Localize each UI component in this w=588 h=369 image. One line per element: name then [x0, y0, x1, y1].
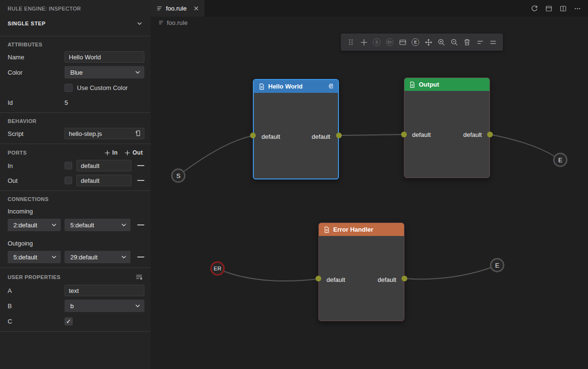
document-icon: [409, 81, 415, 88]
plus-icon: [124, 150, 131, 156]
zoom-in-icon: [437, 38, 446, 46]
outgoing-label: Outgoing: [8, 240, 143, 247]
prop-c-label: C: [8, 318, 65, 325]
port-dot-error-in[interactable]: [316, 276, 321, 281]
chevron-down-icon: [121, 254, 127, 260]
split-editor-button[interactable]: [559, 5, 567, 12]
chevron-down-icon: [135, 303, 141, 309]
more-actions-button[interactable]: [574, 5, 581, 12]
prop-b-select[interactable]: b: [65, 300, 144, 312]
section-single-step[interactable]: SINGLE STEP: [0, 13, 151, 32]
rule-file-icon: [158, 20, 164, 25]
outgoing-row: 5:default 29:default: [8, 251, 144, 263]
add-end-button[interactable]: E: [411, 38, 420, 46]
prop-a-input[interactable]: [65, 285, 144, 296]
remove-in-port-button[interactable]: [137, 162, 144, 169]
incoming-source-select[interactable]: 2:default: [8, 219, 61, 231]
id-label: Id: [8, 99, 65, 106]
end-terminal-2[interactable]: E: [490, 258, 504, 272]
split-editor-icon: [559, 5, 567, 12]
in-port-checkbox[interactable]: [65, 162, 72, 169]
graph-canvas[interactable]: S Er E: [151, 0, 588, 369]
distribute-button[interactable]: [489, 38, 497, 46]
incoming-label: Incoming: [8, 208, 143, 215]
error-circle-icon: Er: [386, 38, 393, 46]
tab-close-button[interactable]: [193, 5, 200, 12]
name-input[interactable]: [65, 51, 144, 63]
ellipsis-icon: [574, 5, 581, 12]
clear-properties-button[interactable]: [135, 273, 143, 281]
ports-header: PORTS In Out: [0, 148, 151, 160]
move-icon: [425, 38, 433, 46]
equals-icon: [489, 38, 497, 46]
outgoing-target-select[interactable]: 5:default: [8, 251, 61, 263]
script-badge-icon: [328, 83, 334, 89]
chevron-down-icon: [51, 222, 57, 228]
script-input[interactable]: [65, 128, 144, 139]
align-icon: [476, 38, 484, 46]
in-port-row: In: [8, 160, 144, 171]
connections-header: CONNECTIONS: [0, 195, 151, 206]
out-port-label: default: [463, 131, 482, 138]
tab-foo-rule[interactable]: foo.rule: [151, 0, 205, 17]
in-port-input[interactable]: [76, 160, 131, 171]
tab-label: foo.rule: [166, 5, 186, 12]
port-dot-output-out[interactable]: [487, 132, 493, 137]
toggle-panel-button[interactable]: [545, 5, 553, 12]
zoom-out-button[interactable]: [450, 38, 458, 46]
use-custom-color-label: Use Custom Color: [77, 84, 128, 91]
toolbar-drag-handle[interactable]: [347, 38, 355, 46]
pan-mode-button[interactable]: [424, 38, 433, 46]
add-error-button[interactable]: Er: [385, 38, 394, 46]
node-header[interactable]: Output: [404, 78, 490, 91]
node-hello-world[interactable]: Hello World default default: [253, 79, 339, 179]
zoom-in-button[interactable]: [437, 38, 446, 46]
node-header[interactable]: Hello World: [254, 80, 338, 93]
tab-bar: foo.rule: [151, 0, 588, 17]
node-error-handler[interactable]: Error Handler default default: [318, 223, 404, 321]
divider: [0, 112, 151, 113]
name-row: Name: [8, 51, 144, 63]
use-custom-color-checkbox[interactable]: [65, 84, 73, 92]
divider: [0, 331, 151, 332]
breadcrumb[interactable]: foo.rule: [151, 17, 187, 28]
port-dot-hello-in[interactable]: [250, 133, 256, 138]
add-step-button[interactable]: [359, 38, 368, 46]
start-terminal[interactable]: S: [171, 168, 185, 183]
open-script-icon[interactable]: [134, 130, 142, 137]
remove-out-port-button[interactable]: [137, 177, 144, 184]
node-output[interactable]: Output default default: [404, 78, 490, 178]
edge-output-to-end: [490, 134, 554, 156]
divider: [0, 36, 151, 36]
prop-c-checkbox[interactable]: ✓: [65, 317, 73, 325]
outgoing-port-select[interactable]: 29:default: [65, 251, 131, 263]
remove-incoming-button[interactable]: [137, 221, 144, 229]
delete-button[interactable]: [463, 38, 471, 46]
out-port-label: default: [312, 133, 330, 140]
add-out-port-button[interactable]: Out: [124, 149, 143, 156]
out-port-input[interactable]: [76, 175, 131, 186]
port-dot-error-out[interactable]: [402, 276, 407, 281]
editor-actions: [531, 0, 588, 17]
attributes-header: ATTRIBUTES: [0, 41, 151, 51]
breadcrumb-item: foo.rule: [167, 19, 187, 26]
add-in-port-button[interactable]: In: [104, 149, 118, 156]
color-select[interactable]: Blue: [65, 66, 144, 78]
align-button[interactable]: [476, 38, 484, 46]
add-start-button[interactable]: S: [372, 38, 381, 46]
clear-all-icon: [135, 273, 143, 281]
error-terminal[interactable]: ER: [210, 261, 225, 276]
node-header[interactable]: Error Handler: [319, 223, 404, 236]
plus-icon: [360, 38, 368, 46]
port-dot-output-in[interactable]: [401, 132, 407, 137]
incoming-port-select[interactable]: 5:default: [65, 219, 131, 231]
refresh-button[interactable]: [531, 5, 538, 12]
add-node-button[interactable]: [398, 38, 407, 46]
panel-title: RULE ENGINE: INSPECTOR: [0, 0, 151, 13]
remove-outgoing-button[interactable]: [137, 253, 144, 261]
end-terminal[interactable]: E: [553, 153, 567, 167]
divider: [0, 190, 151, 191]
out-port-checkbox[interactable]: [65, 177, 72, 184]
start-circle-icon: S: [373, 38, 381, 46]
port-dot-hello-out[interactable]: [336, 133, 342, 138]
